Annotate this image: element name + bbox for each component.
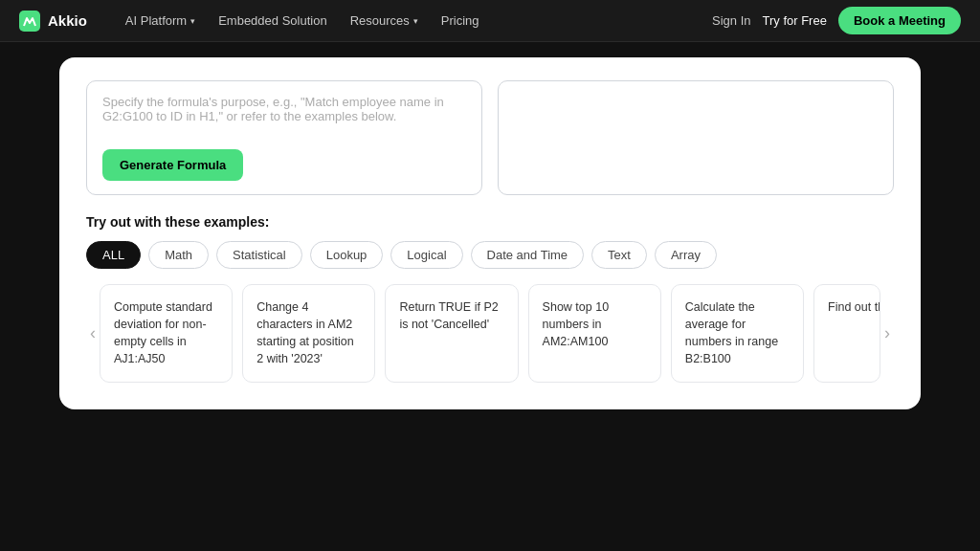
logo-text: Akkio (48, 12, 87, 29)
formula-output-box (498, 80, 894, 195)
filter-tab-date-and-time[interactable]: Date and Time (471, 241, 585, 269)
filter-tab-array[interactable]: Array (655, 241, 717, 269)
logo[interactable]: Akkio (19, 11, 87, 32)
filter-tabs: ALLMathStatisticalLookupLogicalDate and … (86, 241, 894, 269)
chevron-down-icon: ▾ (413, 16, 418, 26)
svg-rect-0 (19, 11, 40, 32)
example-cards: Compute standard deviation for non-empty… (100, 284, 880, 383)
carousel-prev-button[interactable]: ‹ (86, 323, 100, 343)
nav-resources[interactable]: Resources ▾ (350, 13, 418, 28)
akkio-logo-icon (19, 11, 40, 32)
filter-tab-text[interactable]: Text (591, 241, 647, 269)
example-card[interactable]: Return TRUE if P2 is not 'Cancelled' (385, 284, 518, 383)
formula-card: Generate Formula Try out with these exam… (59, 57, 921, 409)
example-card[interactable]: Compute standard deviation for non-empty… (100, 284, 233, 383)
example-card[interactable]: Find out the current year (813, 284, 880, 383)
generate-formula-button[interactable]: Generate Formula (102, 149, 243, 181)
sign-in-button[interactable]: Sign In (712, 13, 750, 28)
example-card[interactable]: Show top 10 numbers in AM2:AM100 (528, 284, 661, 383)
filter-tab-statistical[interactable]: Statistical (216, 241, 302, 269)
carousel-next-button[interactable]: › (880, 323, 894, 343)
main-content: Generate Formula Try out with these exam… (0, 42, 980, 425)
chevron-down-icon: ▾ (190, 16, 195, 26)
try-for-free-button[interactable]: Try for Free (763, 13, 827, 28)
filter-tab-logical[interactable]: Logical (390, 241, 462, 269)
examples-label: Try out with these examples: (86, 214, 894, 230)
nav-pricing[interactable]: Pricing (441, 13, 479, 28)
filter-tab-lookup[interactable]: Lookup (310, 241, 384, 269)
book-meeting-button[interactable]: Book a Meeting (838, 7, 961, 34)
filter-tab-all[interactable]: ALL (86, 241, 141, 269)
filter-tab-math[interactable]: Math (148, 241, 209, 269)
nav-embedded-solution[interactable]: Embedded Solution (218, 13, 326, 28)
nav-links: AI Platform ▾ Embedded Solution Resource… (125, 13, 685, 28)
formula-input[interactable] (102, 95, 466, 140)
examples-row: ‹ Compute standard deviation for non-emp… (86, 284, 894, 383)
example-card[interactable]: Calculate the average for numbers in ran… (671, 284, 804, 383)
formula-input-box: Generate Formula (86, 80, 482, 195)
nav-ai-platform[interactable]: AI Platform ▾ (125, 13, 195, 28)
example-card[interactable]: Change 4 characters in AM2 starting at p… (242, 284, 375, 383)
input-row: Generate Formula (86, 80, 894, 195)
navbar: Akkio AI Platform ▾ Embedded Solution Re… (0, 0, 980, 42)
navbar-right: Sign In Try for Free Book a Meeting (712, 7, 961, 34)
